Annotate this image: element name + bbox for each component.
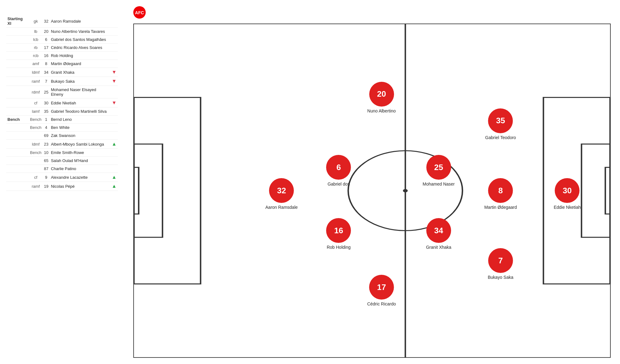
player-number: 16 — [43, 52, 50, 60]
player-label: Gabriel dos — [328, 182, 350, 186]
player-number: 25 — [43, 86, 50, 99]
arrow-up-icon: ▲ — [112, 183, 117, 189]
player-name: Gabriel Teodoro Martinelli Silva — [50, 107, 110, 116]
table-row: 69Zak Swanson — [6, 132, 118, 140]
table-row: rdmf25Mohamed Naser Elsayed Elneny — [6, 86, 118, 99]
player-node-cedric-ricardo: 17Cédric Ricardo — [367, 275, 396, 306]
position-label: ldmf — [29, 68, 43, 77]
table-row: ramf7Bukayo Saka▼ — [6, 77, 118, 86]
table-row: amf8Martin Ødegaard — [6, 60, 118, 68]
substitution-arrow: ▲ — [110, 173, 118, 182]
player-circle: 25 — [426, 155, 451, 180]
player-circle: 35 — [488, 108, 513, 133]
player-label: Granit Xhaka — [426, 245, 451, 250]
player-label: Gabriel Teodoro — [485, 135, 516, 140]
position-label: Bench — [29, 149, 43, 157]
player-circle: 17 — [369, 275, 394, 300]
substitution-arrow — [110, 28, 118, 36]
player-label: Mohamed Naser — [423, 182, 455, 186]
section-label — [6, 60, 29, 68]
position-label: Bench — [29, 116, 43, 124]
pitch-header: AFC — [133, 6, 611, 19]
position-label — [29, 132, 43, 140]
table-row: BenchBench1Bernd Leno — [6, 116, 118, 124]
position-label: rcb — [29, 52, 43, 60]
table-row: Bench4Ben White — [6, 124, 118, 132]
player-node-eddie-nketiah: 30Eddie Nketiah — [554, 178, 581, 210]
section-label — [6, 173, 29, 182]
position-label — [29, 165, 43, 173]
player-number: 10 — [43, 149, 50, 157]
substitution-arrow — [110, 116, 118, 124]
substitution-arrow: ▲ — [110, 182, 118, 191]
pitch: 32Aaron Ramsdale16Rob Holding6Gabriel do… — [133, 24, 611, 358]
substitution-arrow: ▼ — [110, 99, 118, 107]
position-label: rdmf — [29, 86, 43, 99]
player-circle: 7 — [488, 248, 513, 273]
substitution-arrow — [110, 15, 118, 28]
player-number: 87 — [43, 165, 50, 173]
player-node-gabriel-teodoro: 35Gabriel Teodoro — [485, 108, 516, 140]
substitution-arrow — [110, 60, 118, 68]
player-name: Ben White — [50, 124, 110, 132]
table-row: Bench10Emile Smith-Rowe — [6, 149, 118, 157]
player-label: Nuno Albertino — [367, 108, 396, 113]
position-label: lb — [29, 28, 43, 36]
player-name: Albert-Mboyo Sambi Lokonga — [50, 140, 110, 149]
player-node-aaron-ramsdale: 32Aaron Ramsdale — [265, 178, 298, 210]
section-label — [6, 149, 29, 157]
player-label: Bukayo Saka — [488, 275, 513, 280]
player-name: Mohamed Naser Elsayed Elneny — [50, 86, 110, 99]
player-name: Gabriel dos Santos Magalhães — [50, 36, 110, 44]
substitution-arrow: ▲ — [110, 140, 118, 149]
player-circle: 8 — [488, 178, 513, 203]
position-label: rb — [29, 44, 43, 52]
player-number: 4 — [43, 124, 50, 132]
position-label — [29, 157, 43, 165]
player-name: Charlie Patino — [50, 165, 110, 173]
substitution-arrow — [110, 86, 118, 99]
arrow-down-icon: ▼ — [112, 78, 117, 84]
player-name: Granit Xhaka — [50, 68, 110, 77]
player-circle: 32 — [269, 178, 294, 203]
table-row: rb17Cédric Ricardo Alves Soares — [6, 44, 118, 52]
table-row: cf9Alexandre Lacazette▲ — [6, 173, 118, 182]
lineup-table: Starting XIgk32Aaron Ramsdalelb20Nuno Al… — [6, 15, 118, 191]
position-label: lamf — [29, 107, 43, 116]
substitution-arrow — [110, 157, 118, 165]
right-panel: AFC — [124, 0, 620, 364]
player-name: Rob Holding — [50, 52, 110, 60]
section-label — [6, 52, 29, 60]
svg-text:AFC: AFC — [135, 10, 144, 15]
table-row: lamf35Gabriel Teodoro Martinelli Silva — [6, 107, 118, 116]
player-number: 19 — [43, 182, 50, 191]
player-number: 23 — [43, 140, 50, 149]
table-row: ramf19Nicolas Pépé▲ — [6, 182, 118, 191]
section-label — [6, 44, 29, 52]
position-label: gk — [29, 15, 43, 28]
player-number: 1 — [43, 116, 50, 124]
arsenal-badge-icon: AFC — [133, 6, 146, 19]
player-name: Emile Smith-Rowe — [50, 149, 110, 157]
section-label — [6, 140, 29, 149]
player-node-bukayo-saka: 7Bukayo Saka — [488, 248, 513, 280]
section-label: Bench — [6, 116, 29, 124]
substitution-arrow — [110, 107, 118, 116]
player-number: 32 — [43, 15, 50, 28]
player-node-gabriel-dos: 6Gabriel dos — [326, 155, 351, 186]
table-row: lb20Nuno Albertino Varela Tavares — [6, 28, 118, 36]
player-circle: 16 — [326, 218, 351, 243]
player-number: 8 — [43, 60, 50, 68]
arrow-down-icon: ▼ — [112, 100, 117, 105]
table-row: 65Salah Oulad M'Hand — [6, 157, 118, 165]
player-name: Eddie Nketiah — [50, 99, 110, 107]
substitution-arrow — [110, 149, 118, 157]
section-label — [6, 157, 29, 165]
arrow-up-icon: ▲ — [112, 141, 117, 147]
player-number: 34 — [43, 68, 50, 77]
player-circle: 6 — [326, 155, 351, 180]
section-label — [6, 124, 29, 132]
player-name: Aaron Ramsdale — [50, 15, 110, 28]
player-node-nuno-albertino: 20Nuno Albertino — [367, 82, 396, 113]
player-label: Eddie Nketiah — [554, 205, 581, 210]
